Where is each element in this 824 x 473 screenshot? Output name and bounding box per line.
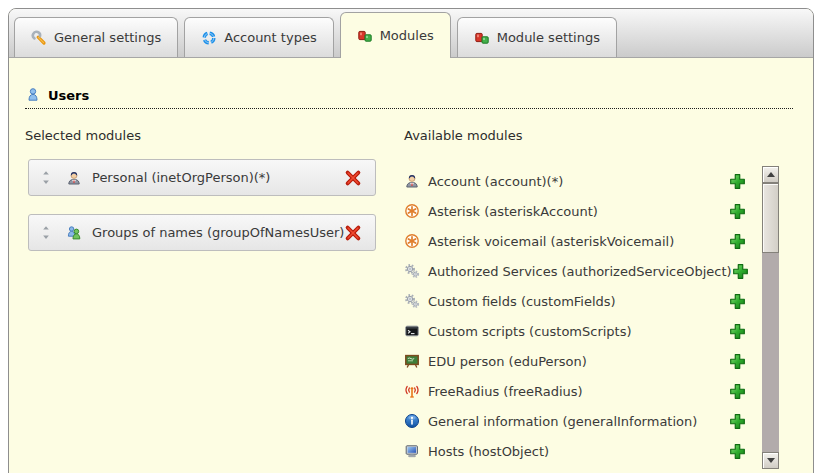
remove-module-button[interactable] (344, 169, 362, 187)
available-module-label: Custom scripts (customScripts) (428, 324, 632, 339)
tab-label: Account types (224, 30, 316, 45)
available-module-row: Hosts (hostObject) (404, 436, 746, 466)
available-module-label: Asterisk (asteriskAccount) (428, 204, 598, 219)
green-plus-icon (729, 323, 746, 340)
green-plus-icon (729, 413, 746, 430)
available-module-row: Asterisk voicemail (asteriskVoicemail) (404, 226, 746, 256)
add-module-button[interactable] (729, 173, 746, 190)
green-plus-icon (729, 293, 746, 310)
asterisk-icon (404, 233, 420, 249)
available-module-row: Custom fields (customFields) (404, 286, 746, 316)
add-module-button[interactable] (729, 233, 746, 250)
account-types-icon (201, 30, 217, 46)
available-module-row: Account (account)(*) (404, 166, 746, 196)
available-modules-label: Available modules (404, 128, 522, 143)
gears-icon (404, 293, 420, 309)
add-module-button[interactable] (729, 383, 746, 400)
businessman-icon (404, 173, 420, 189)
section-title: Users (48, 88, 89, 103)
scroll-down-button[interactable] (762, 452, 779, 469)
green-plus-icon (729, 173, 746, 190)
add-module-button[interactable] (732, 263, 749, 280)
modules-content: Users Selected modules Available modules… (9, 58, 813, 473)
scroll-up-icon (767, 172, 775, 177)
add-module-button[interactable] (729, 323, 746, 340)
available-module-row: Custom scripts (customScripts) (404, 316, 746, 346)
selected-modules-list: Personal (inetOrgPerson)(*) Groups of na… (28, 159, 376, 269)
tab-label: Module settings (497, 30, 600, 45)
user-icon (25, 87, 41, 103)
modules-cubes-icon (474, 30, 490, 46)
available-module-label: Custom fields (customFields) (428, 294, 616, 309)
info-icon (404, 413, 420, 429)
add-module-button[interactable] (729, 293, 746, 310)
asterisk-icon (404, 203, 420, 219)
red-x-icon (344, 224, 362, 242)
red-x-icon (344, 169, 362, 187)
modules-cubes-icon (357, 28, 373, 44)
businessman-icon (66, 170, 82, 186)
tab-account-types[interactable]: Account types (184, 17, 333, 57)
green-plus-icon (729, 443, 746, 460)
tab-module-settings[interactable]: Module settings (457, 17, 617, 57)
add-module-button[interactable] (729, 353, 746, 370)
available-modules-scrollbar[interactable] (762, 166, 779, 469)
app-screen: General settings Account types Modules M… (0, 0, 824, 473)
available-module-label: EDU person (eduPerson) (428, 354, 587, 369)
selected-module-row: Personal (inetOrgPerson)(*) (28, 159, 376, 196)
scrollbar-thumb[interactable] (762, 183, 779, 253)
add-module-button[interactable] (729, 443, 746, 460)
available-module-label: FreeRadius (freeRadius) (428, 384, 583, 399)
available-module-label: General information (generalInformation) (428, 414, 697, 429)
available-module-label: Hosts (hostObject) (428, 444, 549, 459)
available-module-label: Account (account)(*) (428, 174, 563, 189)
selected-module-row: Groups of names (groupOfNamesUser) (28, 214, 376, 251)
remove-module-button[interactable] (344, 224, 362, 242)
terminal-icon (404, 323, 420, 339)
green-plus-icon (729, 383, 746, 400)
tab-label: Modules (380, 28, 434, 43)
available-module-row: Asterisk (asteriskAccount) (404, 196, 746, 226)
green-plus-icon (729, 353, 746, 370)
wrench-icon (31, 30, 47, 46)
available-module-row: General information (generalInformation) (404, 406, 746, 436)
green-plus-icon (732, 263, 749, 280)
users-section-header: Users (25, 87, 793, 109)
tab-general-settings[interactable]: General settings (14, 17, 178, 57)
selected-modules-label: Selected modules (25, 128, 141, 143)
add-module-button[interactable] (729, 413, 746, 430)
green-plus-icon (729, 233, 746, 250)
available-module-label: Authorized Services (authorizedServiceOb… (428, 264, 732, 279)
selected-module-label: Personal (inetOrgPerson)(*) (92, 170, 270, 185)
configuration-panel: General settings Account types Modules M… (8, 8, 814, 473)
tab-label: General settings (54, 30, 161, 45)
user-group-icon (66, 225, 82, 241)
available-module-row: EDU person (eduPerson) (404, 346, 746, 376)
tab-modules[interactable]: Modules (340, 12, 451, 58)
scroll-down-icon (767, 458, 775, 463)
scroll-up-button[interactable] (762, 166, 779, 183)
add-module-button[interactable] (729, 203, 746, 220)
gears-icon (404, 263, 420, 279)
available-module-row: FreeRadius (freeRadius) (404, 376, 746, 406)
available-module-row: Authorized Services (authorizedServiceOb… (404, 256, 746, 286)
chalkboard-icon (404, 353, 420, 369)
computer-icon (404, 443, 420, 459)
tab-bar: General settings Account types Modules M… (9, 9, 813, 58)
drag-updown-icon[interactable] (41, 170, 51, 185)
antenna-icon (404, 383, 420, 399)
available-modules-list: Account (account)(*) Asterisk (asteriskA… (404, 166, 746, 466)
selected-module-label: Groups of names (groupOfNamesUser) (92, 225, 344, 240)
drag-updown-icon[interactable] (41, 225, 51, 240)
available-module-label: Asterisk voicemail (asteriskVoicemail) (428, 234, 674, 249)
green-plus-icon (729, 203, 746, 220)
